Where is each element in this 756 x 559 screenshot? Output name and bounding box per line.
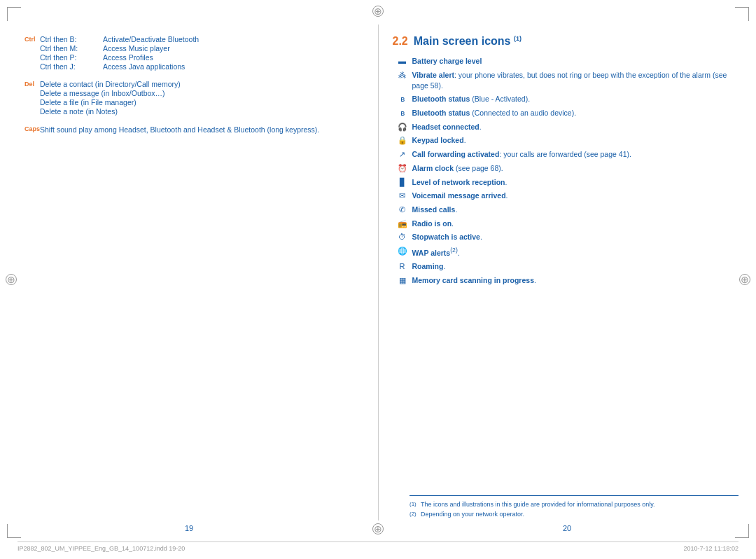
footer-left: IP2882_802_UM_YIPPEE_Eng_GB_14_100712.in… <box>18 545 185 552</box>
shortcut-row: Ctrl then J:Access Java applications <box>40 62 364 71</box>
section-header: 2.2 Main screen icons (1) <box>393 35 732 48</box>
del-item-1: Delete a message (in Inbox/Outbox…) <box>40 89 364 97</box>
icon-item-keypad: 🔒Keypad locked. <box>393 135 732 146</box>
icon-text-missed: Missed calls. <box>412 205 732 215</box>
icon-item-radio: 📻Radio is on. <box>393 219 732 229</box>
icon-item-bluetooth-audio: ʙBluetooth status (Connected to an audio… <box>393 108 732 118</box>
shortcut-desc-2: Access Profiles <box>103 53 153 62</box>
icon-text-memcard: Memory card scanning in progress. <box>412 275 732 286</box>
icon-text-battery: Battery charge level <box>412 56 732 67</box>
del-items: Delete a contact (in Directory/Call memo… <box>40 80 364 116</box>
del-item-3: Delete a note (in Notes) <box>40 107 364 116</box>
icon-item-alarm: ⏰Alarm clock (see page 68). <box>393 163 732 174</box>
section-number: 2.2 <box>393 35 408 48</box>
icon-symbol-bluetooth-active: ʙ <box>393 95 412 104</box>
icon-symbol-vibrate: ⁂ <box>393 71 412 80</box>
icon-text-bluetooth-active: Bluetooth status (Blue - Activated). <box>412 94 732 104</box>
icon-item-wap: 🌐WAP alerts(2). <box>393 246 732 258</box>
icon-symbol-radio: 📻 <box>393 219 412 228</box>
icon-item-stopwatch: ⏱Stopwatch is active. <box>393 232 732 242</box>
shortcut-row: Ctrl then B:Activate/Deactivate Bluetoot… <box>40 35 364 43</box>
compass-right <box>739 274 750 285</box>
shortcut-key-2: Ctrl then P: <box>40 53 103 62</box>
icon-text-radio: Radio is on. <box>412 219 732 229</box>
ctrl-group: Ctrl Ctrl then B:Activate/Deactivate Blu… <box>24 35 364 71</box>
icon-symbol-network: ▊ <box>393 178 412 187</box>
shortcut-row: Ctrl then M:Access Music player <box>40 44 364 53</box>
icon-text-roaming: Roaming. <box>412 261 732 272</box>
icon-item-bluetooth-active: ʙBluetooth status (Blue - Activated). <box>393 94 732 104</box>
icon-item-battery: ▬Battery charge level <box>393 56 732 67</box>
icon-item-vibrate: ⁂Vibrate alert: your phone vibrates, but… <box>393 70 732 90</box>
shortcut-key-3: Ctrl then J: <box>40 62 103 71</box>
ctrl-key-label: Ctrl <box>24 36 40 43</box>
icon-symbol-keypad: 🔒 <box>393 136 412 145</box>
icon-text-bluetooth-audio: Bluetooth status (Connected to an audio … <box>412 108 732 118</box>
icon-text-vibrate: Vibrate alert: your phone vibrates, but … <box>412 70 732 90</box>
icon-text-alarm: Alarm clock (see page 68). <box>412 163 732 174</box>
icon-symbol-wap: 🌐 <box>393 247 412 256</box>
footnote-0: (1)The icons and illustrations in this g… <box>410 500 738 509</box>
icon-list: ▬Battery charge level⁂Vibrate alert: you… <box>393 56 732 285</box>
icon-symbol-alarm: ⏰ <box>393 164 412 173</box>
del-item-2: Delete a file (in File manager) <box>40 98 364 106</box>
icon-item-memcard: ▦Memory card scanning in progress. <box>393 275 732 286</box>
shortcut-key-0: Ctrl then B: <box>40 35 103 43</box>
footnote-num-0: (1) <box>410 500 421 509</box>
icon-symbol-headset: 🎧 <box>393 123 412 132</box>
page-numbers: 19 20 <box>0 524 756 532</box>
content-area: Ctrl Ctrl then B:Activate/Deactivate Blu… <box>18 25 738 520</box>
ctrl-section: Ctrl Ctrl then B:Activate/Deactivate Blu… <box>24 35 364 71</box>
caps-section: Caps Shift sound play among Headset, Blu… <box>24 125 364 136</box>
shortcut-desc-0: Activate/Deactivate Bluetooth <box>103 35 199 43</box>
shortcut-desc-3: Access Java applications <box>103 62 185 71</box>
section-title: Main screen icons (1) <box>414 35 522 48</box>
page-number-right: 20 <box>563 524 571 532</box>
compass-top <box>372 6 384 17</box>
icon-item-missed: ✆Missed calls. <box>393 205 732 215</box>
footnote-num-1: (2) <box>410 510 421 519</box>
icon-text-wap: WAP alerts(2). <box>412 246 732 258</box>
icon-text-network: Level of network reception. <box>412 177 732 188</box>
icon-item-voicemail: ✉Voicemail message arrived. <box>393 191 732 201</box>
left-page: Ctrl Ctrl then B:Activate/Deactivate Blu… <box>18 25 379 520</box>
icon-text-keypad: Keypad locked. <box>412 135 732 146</box>
compass-left <box>6 274 17 285</box>
icon-text-stopwatch: Stopwatch is active. <box>412 232 732 242</box>
icon-symbol-memcard: ▦ <box>393 276 412 285</box>
icon-item-network: ▊Level of network reception. <box>393 177 732 188</box>
icon-symbol-stopwatch: ⏱ <box>393 233 412 241</box>
footnote-text-0: The icons and illustrations in this guid… <box>421 500 655 509</box>
shortcuts-list: Ctrl then B:Activate/Deactivate Bluetoot… <box>40 35 364 71</box>
icon-symbol-bluetooth-audio: ʙ <box>393 109 412 118</box>
icon-symbol-missed: ✆ <box>393 205 412 214</box>
page-number-left: 19 <box>185 524 193 532</box>
caps-key-label: Caps <box>24 125 40 132</box>
shortcut-desc-1: Access Music player <box>103 44 170 53</box>
footnotes: (1)The icons and illustrations in this g… <box>410 495 738 520</box>
corner-mark-tr <box>735 7 749 21</box>
icon-item-headset: 🎧Headset connected. <box>393 122 732 132</box>
icon-item-roaming: RRoaming. <box>393 261 732 272</box>
icon-symbol-callfwd: ↗ <box>393 150 412 159</box>
icon-symbol-battery: ▬ <box>393 57 412 65</box>
shortcut-row: Ctrl then P:Access Profiles <box>40 53 364 62</box>
right-page: 2.2 Main screen icons (1) ▬Battery charg… <box>379 25 739 520</box>
caps-text: Shift sound play among Headset, Bluetoot… <box>40 125 364 136</box>
footnote-text-1: Depending on your network operator. <box>421 510 524 519</box>
icon-text-voicemail: Voicemail message arrived. <box>412 191 732 201</box>
shortcut-key-1: Ctrl then M: <box>40 44 103 53</box>
del-item-0: Delete a contact (in Directory/Call memo… <box>40 80 364 88</box>
del-section: Del Delete a contact (in Directory/Call … <box>24 80 364 116</box>
icon-text-headset: Headset connected. <box>412 122 732 132</box>
corner-mark-tl <box>7 7 21 21</box>
del-key-label: Del <box>24 81 40 88</box>
page-container: Ctrl Ctrl then B:Activate/Deactivate Blu… <box>0 0 756 559</box>
icon-item-callfwd: ↗Call forwarding activated: your calls a… <box>393 149 732 160</box>
footer-bar: IP2882_802_UM_YIPPEE_Eng_GB_14_100712.in… <box>18 541 738 552</box>
icon-symbol-roaming: R <box>393 262 412 270</box>
footnote-1: (2)Depending on your network operator. <box>410 510 738 519</box>
icon-symbol-voicemail: ✉ <box>393 191 412 200</box>
icon-text-callfwd: Call forwarding activated: your calls ar… <box>412 149 732 160</box>
footer-right: 2010-7-12 11:18:02 <box>683 545 738 552</box>
